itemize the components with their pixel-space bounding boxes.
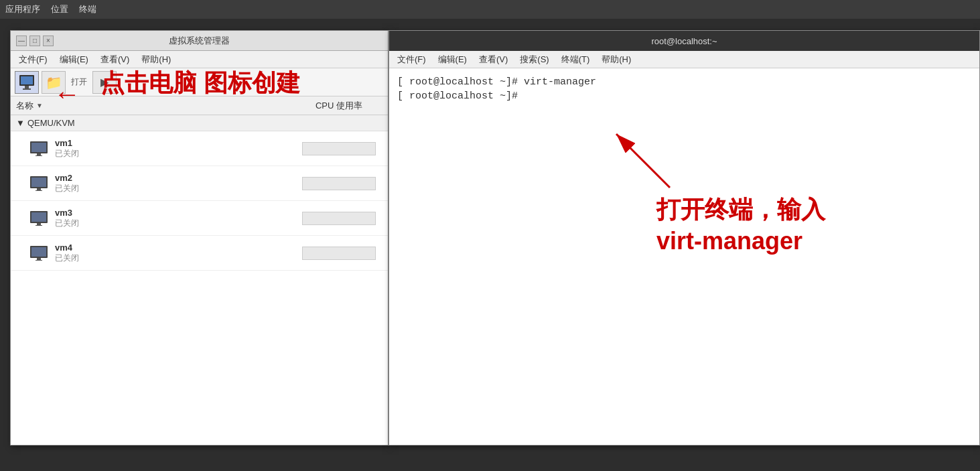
vm-menu-help[interactable]: 帮助(H) <box>136 52 176 67</box>
vm-name: vm2 <box>55 173 79 183</box>
table-row[interactable]: vm2 已关闭 <box>11 166 388 201</box>
vm-name: vm1 <box>55 138 79 148</box>
vm-info: vm1 已关闭 <box>55 138 79 159</box>
vm-icon <box>29 246 48 261</box>
vm-info: vm3 已关闭 <box>55 208 79 229</box>
term-menu-search[interactable]: 搜索(S) <box>514 52 554 67</box>
minimize-button[interactable]: — <box>16 36 27 46</box>
vm-status: 已关闭 <box>55 253 79 264</box>
vm-cpu-bar <box>302 247 376 260</box>
vm-name: vm3 <box>55 208 79 218</box>
term-menu-file[interactable]: 文件(F) <box>392 52 431 67</box>
vm-titlebar: — □ × 虚拟系统管理器 <box>11 31 388 51</box>
vm-icon <box>29 176 48 191</box>
new-vm-button[interactable] <box>15 71 39 94</box>
table-row[interactable]: vm4 已关闭 <box>11 236 388 271</box>
group-header-qemu[interactable]: ▼ QEMU/KVM <box>11 115 388 131</box>
name-sort-icon[interactable]: ▼ <box>36 102 43 109</box>
term-menu-view[interactable]: 查看(V) <box>474 52 513 67</box>
vm-icon <box>29 211 48 226</box>
group-name: QEMU/KVM <box>27 118 75 128</box>
vm-info: vm4 已关闭 <box>55 243 79 264</box>
vm-cpu-bar <box>302 212 376 225</box>
vm-name: vm4 <box>55 243 79 253</box>
vm-window-title: 虚拟系统管理器 <box>56 35 342 47</box>
monitor-icon <box>19 75 34 90</box>
vm-status: 已关闭 <box>55 218 79 229</box>
left-arrow-annotation: ← <box>54 79 80 109</box>
term-menu-help[interactable]: 帮助(H) <box>596 52 636 67</box>
term-menu-edit[interactable]: 编辑(E) <box>433 52 472 67</box>
table-row[interactable]: vm3 已关闭 <box>11 201 388 236</box>
vm-menu-view[interactable]: 查看(V) <box>95 52 135 67</box>
terminal-item[interactable]: 终端 <box>79 3 96 15</box>
group-collapse-icon: ▼ <box>16 118 25 128</box>
vm-menubar: 文件(F) 编辑(E) 查看(V) 帮助(H) <box>11 51 388 68</box>
vm-cpu-bar <box>302 142 376 155</box>
vm-info: vm2 已关闭 <box>55 173 79 194</box>
terminal-titlebar: root@localhost:~ <box>389 31 979 51</box>
cpu-column-header: CPU 使用率 <box>295 100 382 112</box>
vm-cpu-bar <box>302 177 376 190</box>
term-menu-terminal[interactable]: 终端(T) <box>556 52 596 67</box>
table-row[interactable]: vm1 已关闭 <box>11 131 388 166</box>
maximize-button[interactable]: □ <box>29 36 40 46</box>
appsmenu-item[interactable]: 应用程序 <box>5 3 40 15</box>
vm-icon <box>29 141 48 156</box>
terminal-line: [ root@localhost ~]# virt-manager <box>397 76 971 88</box>
terminal-menubar: 文件(F) 编辑(E) 查看(V) 搜索(S) 终端(T) 帮助(H) <box>389 51 979 68</box>
vm-list: ▼ QEMU/KVM vm1 已关闭 vm2 已关闭 <box>11 115 388 445</box>
vm-status: 已关闭 <box>55 148 79 159</box>
system-bar: 应用程序 位置 终端 <box>0 0 980 19</box>
close-button[interactable]: × <box>43 36 54 46</box>
terminal-annotation: 打开终端，输入 virt-manager <box>656 194 825 257</box>
terminal-line: [ root@localhost ~]# <box>397 90 971 102</box>
vm-status: 已关闭 <box>55 183 79 194</box>
location-item[interactable]: 位置 <box>51 3 68 15</box>
vm-menu-file[interactable]: 文件(F) <box>13 52 53 67</box>
click-icon-annotation: 点击电脑 图标创建 <box>100 67 300 100</box>
terminal-title: root@localhost:~ <box>651 36 717 46</box>
vm-menu-edit[interactable]: 编辑(E) <box>54 52 94 67</box>
